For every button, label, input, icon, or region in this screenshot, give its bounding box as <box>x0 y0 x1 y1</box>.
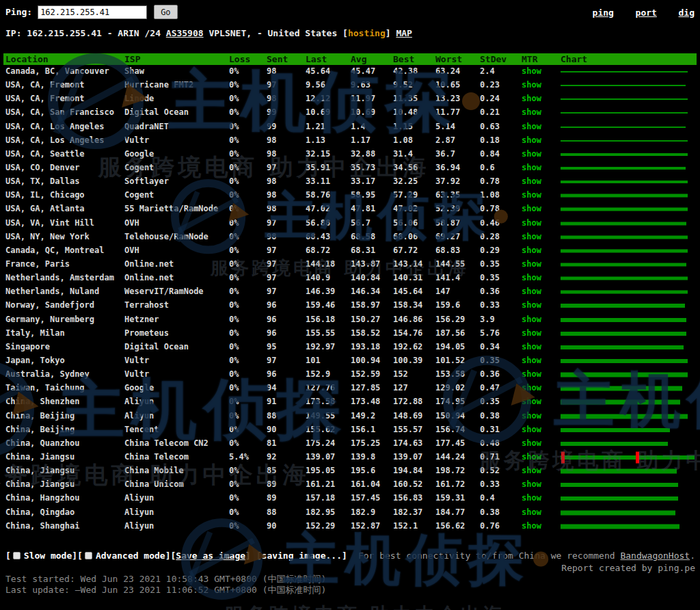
cell-stdev: 0.31 <box>480 425 500 434</box>
cell-sent: 98 <box>267 135 276 145</box>
mtr-show-link[interactable]: show <box>522 273 541 282</box>
table-row: USA, NY, New YorkTelehouse/RamNode0%9868… <box>0 230 700 244</box>
saving-image-status: [saving image...] <box>256 551 347 561</box>
mtr-show-link[interactable]: show <box>522 176 541 186</box>
cell-last: 152.9 <box>306 369 330 379</box>
mtr-show-link[interactable]: show <box>522 204 541 213</box>
mtr-show-link[interactable]: show <box>522 466 541 475</box>
mtr-show-link[interactable]: show <box>522 107 541 117</box>
cell-stdev: 0.33 <box>480 300 500 310</box>
cell-avg: 45.47 <box>351 66 375 76</box>
cell-loc: USA, CA, Fremont <box>5 94 85 103</box>
cell-last: 1.13 <box>306 135 325 145</box>
cell-loc: China, Quanzhou <box>5 438 79 448</box>
cell-best: 9.52 <box>393 80 413 90</box>
cell-worst: 159.31 <box>435 493 465 503</box>
mtr-show-link[interactable]: show <box>522 438 541 448</box>
mtr-show-link[interactable]: show <box>522 190 541 200</box>
mtr-show-link[interactable]: show <box>522 507 541 517</box>
cell-best: 174.63 <box>393 438 422 448</box>
cell-last: 155.55 <box>306 328 335 338</box>
cell-best: 155.57 <box>393 425 422 434</box>
mtr-show-link[interactable]: show <box>522 369 541 379</box>
cell-avg: 146.34 <box>351 287 380 296</box>
mtr-show-link[interactable]: show <box>522 397 541 406</box>
cell-sent: 95 <box>267 342 276 352</box>
mtr-show-link[interactable]: show <box>522 411 541 421</box>
cell-avg: 100.94 <box>351 356 380 365</box>
cell-avg: 47.81 <box>351 204 375 213</box>
cell-isp: Cogent <box>124 190 154 200</box>
cell-loc: Canada, QC, Montreal <box>5 246 105 255</box>
cell-sent: 90 <box>267 425 276 434</box>
cell-worst: 156.29 <box>435 315 465 324</box>
cell-stdev: 0.28 <box>480 232 500 241</box>
go-button[interactable]: Go <box>154 5 177 19</box>
mtr-show-link[interactable]: show <box>522 163 541 172</box>
cell-loc: China, Shenzhen <box>5 397 79 406</box>
cell-best: 140.31 <box>393 273 422 282</box>
mtr-show-link[interactable]: show <box>522 383 541 393</box>
cell-isp: Tencent <box>124 425 159 434</box>
mtr-show-link[interactable]: show <box>522 315 541 324</box>
mtr-show-link[interactable]: show <box>522 425 541 434</box>
mtr-show-link[interactable]: show <box>522 232 541 241</box>
nav-link-port[interactable]: port <box>636 8 657 18</box>
save-as-image-link[interactable]: Save as image <box>176 551 245 561</box>
mtr-show-link[interactable]: show <box>522 328 541 338</box>
mtr-show-link[interactable]: show <box>522 135 541 145</box>
cell-isp: Online.net <box>124 259 174 269</box>
cell-loss: 0% <box>229 135 239 145</box>
cell-loss: 0% <box>229 342 239 352</box>
cell-best: 152 <box>393 369 408 379</box>
cell-stdev: 0.29 <box>480 246 500 255</box>
cell-best: 194.84 <box>393 466 422 475</box>
cell-stdev: 0.52 <box>480 466 500 475</box>
mtr-show-link[interactable]: show <box>522 300 541 310</box>
asn-link[interactable]: AS35908 <box>166 28 204 38</box>
cell-loc: USA, CA, San Francisco <box>5 107 114 117</box>
cell-sent: 92 <box>267 452 276 462</box>
bandwagonhost-link[interactable]: BandwagonHost <box>620 551 690 561</box>
nav-link-ping[interactable]: ping <box>593 8 614 18</box>
cell-loc: China, Beijing <box>5 411 75 421</box>
mtr-show-link[interactable]: show <box>522 356 541 365</box>
cell-worst: 68.83 <box>435 246 460 255</box>
cell-worst: 156.74 <box>435 425 465 434</box>
map-link[interactable]: MAP <box>396 28 412 38</box>
mtr-show-link[interactable]: show <box>522 149 541 159</box>
mtr-show-link[interactable]: show <box>522 287 541 296</box>
cell-avg: 1.4 <box>351 122 366 131</box>
ip-info-after: ] <box>386 28 396 38</box>
cell-isp: Digital Ocean <box>124 107 189 117</box>
cell-isp: Google <box>124 149 154 159</box>
cell-best: 32.25 <box>393 176 418 186</box>
mtr-show-link[interactable]: show <box>522 521 541 531</box>
cell-sent: 98 <box>267 66 276 76</box>
mtr-show-link[interactable]: show <box>522 246 541 255</box>
ping-target-input[interactable] <box>38 5 147 19</box>
mtr-show-link[interactable]: show <box>522 218 541 228</box>
nav-link-dig[interactable]: dig <box>679 8 695 18</box>
cell-loc: China, Qingdao <box>5 507 75 517</box>
mtr-show-link[interactable]: show <box>522 342 541 352</box>
slow-mode-checkbox[interactable] <box>13 552 21 559</box>
cell-best: 34.56 <box>393 163 418 172</box>
mtr-show-link[interactable]: show <box>522 66 541 76</box>
advanced-mode-checkbox[interactable] <box>85 552 92 559</box>
cell-loss: 0% <box>229 356 239 365</box>
mtr-show-link[interactable]: show <box>522 80 541 90</box>
mtr-show-link[interactable]: show <box>522 452 541 462</box>
cell-best: 10.48 <box>393 107 418 117</box>
mtr-show-link[interactable]: show <box>522 122 541 131</box>
cell-worst: 11.77 <box>435 107 460 117</box>
column-header-last: Last <box>306 54 327 64</box>
cell-isp: Linode <box>124 94 154 103</box>
mtr-show-link[interactable]: show <box>522 493 541 503</box>
mtr-show-link[interactable]: show <box>522 479 541 489</box>
mtr-show-link[interactable]: show <box>522 94 541 103</box>
mtr-show-link[interactable]: show <box>522 259 541 269</box>
column-header-isp: ISP <box>124 54 140 64</box>
cell-best: 42.38 <box>393 66 418 76</box>
cell-avg: 140.84 <box>351 273 380 282</box>
